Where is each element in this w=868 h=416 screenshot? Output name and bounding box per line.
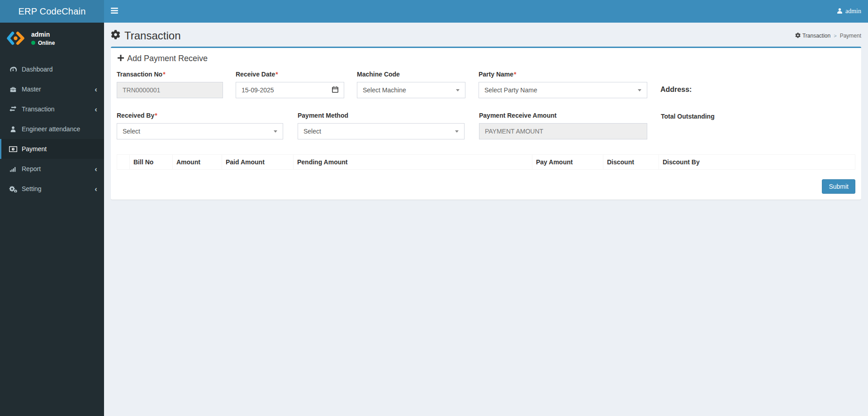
sidebar: admin Online Dashboard Master ‹ Transac [0, 23, 104, 416]
breadcrumb-transaction[interactable]: Transaction [795, 33, 830, 39]
chevron-down-icon [274, 130, 277, 133]
received-by-group: Received By* Select [117, 112, 283, 139]
column-header-amount: Amount [173, 155, 222, 170]
required-mark: * [514, 71, 516, 78]
sidebar-item-report[interactable]: Report ‹ [0, 159, 104, 179]
breadcrumb-item-label: Payment [840, 33, 861, 39]
breadcrumb-payment: Payment [840, 33, 861, 39]
total-outstanding-group: Total Outstanding [661, 112, 715, 120]
payment-receive-amount-field[interactable] [479, 123, 647, 139]
address-group: Address: [660, 71, 692, 94]
machine-code-selected-value: Select Machine [363, 86, 406, 94]
breadcrumb-separator-icon: > [834, 33, 836, 38]
transaction-no-label: Transaction No* [117, 71, 223, 78]
party-name-select[interactable]: Select Party Name [479, 82, 647, 98]
bills-table-header-row: Bill No Amount Paid Amount Pending Amoun… [117, 155, 855, 170]
column-header-discount: Discount [603, 155, 659, 170]
column-header-bill-no: Bill No [130, 155, 173, 170]
chevron-down-icon [455, 130, 459, 133]
calendar-icon[interactable] [332, 86, 338, 94]
required-mark: * [275, 71, 278, 78]
payment-method-group: Payment Method Select [298, 112, 465, 139]
sidebar-item-label: Payment [22, 145, 47, 153]
party-name-selected-value: Select Party Name [484, 86, 537, 94]
payment-receive-amount-label: Payment Receive Amount [479, 112, 647, 119]
bar-chart-icon [8, 166, 18, 172]
receive-date-value: 15-09-2025 [242, 86, 274, 94]
column-header-discount-by: Discount By [659, 155, 855, 170]
chevron-left-icon: ‹ [95, 165, 97, 173]
page-title-text: Transaction [124, 29, 181, 42]
top-navbar: ERP CodeChain admin [0, 0, 868, 23]
navbar-user-menu[interactable]: admin [830, 0, 868, 23]
gears-icon [8, 186, 18, 192]
brand-text: ERP CodeChain [19, 6, 86, 17]
sidebar-user-status-label: Online [38, 40, 55, 46]
receive-date-label: Receive Date* [236, 71, 344, 78]
machine-code-group: Machine Code Select Machine [357, 71, 465, 98]
money-icon: 1 [8, 146, 18, 152]
chevron-down-icon [638, 89, 641, 91]
form-row-2: Received By* Select Payment Method Selec… [117, 112, 855, 139]
payment-method-select[interactable]: Select [298, 123, 465, 139]
transaction-no-field[interactable] [117, 82, 223, 98]
required-mark: * [163, 71, 165, 78]
sidebar-item-label: Setting [22, 185, 42, 192]
chevron-left-icon: ‹ [95, 185, 97, 193]
navbar-main: admin [104, 0, 868, 23]
content-wrapper: Transaction Transaction > Payment Add Pa… [104, 0, 868, 200]
received-by-selected-value: Select [123, 128, 140, 135]
sidebar-item-engineer-attendance[interactable]: Engineer attendance [0, 119, 104, 139]
machine-code-select[interactable]: Select Machine [357, 82, 465, 98]
plus-icon [118, 54, 124, 63]
receive-date-group: Receive Date* 15-09-2025 [236, 71, 344, 98]
chevron-down-icon [456, 89, 460, 91]
sidebar-user-panel: admin Online [0, 23, 104, 54]
sidebar-user-status[interactable]: Online [31, 40, 55, 46]
exchange-icon [8, 106, 18, 112]
payment-receive-amount-group: Payment Receive Amount [479, 112, 647, 139]
online-status-icon [31, 41, 35, 45]
breadcrumb: Transaction > Payment [795, 33, 861, 39]
card-body: Transaction No* Receive Date* 15-09-2025 [111, 67, 861, 200]
sidebar-toggle-button[interactable] [104, 0, 124, 23]
transaction-no-group: Transaction No* [117, 71, 223, 98]
gear-icon [795, 33, 801, 39]
sidebar-menu: Dashboard Master ‹ Transaction ‹ Enginee… [0, 59, 104, 199]
sidebar-item-label: Dashboard [22, 66, 53, 73]
party-name-group: Party Name* Select Party Name [479, 71, 647, 98]
chevron-left-icon: ‹ [95, 105, 97, 113]
receive-date-field[interactable]: 15-09-2025 [236, 82, 344, 98]
column-header-pending-amount: Pending Amount [294, 155, 532, 170]
svg-text:1: 1 [13, 148, 14, 150]
sidebar-item-dashboard[interactable]: Dashboard [0, 59, 104, 79]
content-header: Transaction Transaction > Payment [104, 23, 868, 47]
hamburger-icon [111, 8, 118, 15]
navbar-user-label: admin [845, 8, 861, 15]
brand-logo[interactable]: ERP CodeChain [0, 0, 104, 23]
received-by-label: Received By* [117, 112, 283, 119]
payment-receive-card: Add Payment Receive Transaction No* Rece… [111, 47, 861, 200]
card-header: Add Payment Receive [111, 48, 861, 67]
party-name-label: Party Name* [479, 71, 647, 78]
user-icon [8, 126, 18, 132]
machine-code-label: Machine Code [357, 71, 465, 78]
sidebar-user-name: admin [31, 31, 55, 38]
sidebar-item-setting[interactable]: Setting ‹ [0, 179, 104, 199]
sidebar-item-transaction[interactable]: Transaction ‹ [0, 99, 104, 119]
sidebar-item-payment[interactable]: 1 Payment [0, 139, 104, 159]
dashboard-icon [8, 66, 18, 73]
breadcrumb-item-label: Transaction [802, 33, 830, 39]
user-icon [837, 8, 843, 15]
card-footer-actions: Submit [117, 170, 855, 194]
sidebar-user-meta: admin Online [31, 31, 55, 46]
user-avatar-logo [5, 28, 26, 48]
briefcase-icon [8, 86, 18, 93]
sidebar-item-label: Transaction [22, 105, 55, 113]
submit-button[interactable]: Submit [822, 179, 855, 194]
sidebar-item-master[interactable]: Master ‹ [0, 79, 104, 99]
chevron-left-icon: ‹ [95, 86, 97, 93]
payment-method-label: Payment Method [298, 112, 465, 119]
received-by-select[interactable]: Select [117, 123, 283, 139]
address-label: Address: [660, 86, 692, 94]
